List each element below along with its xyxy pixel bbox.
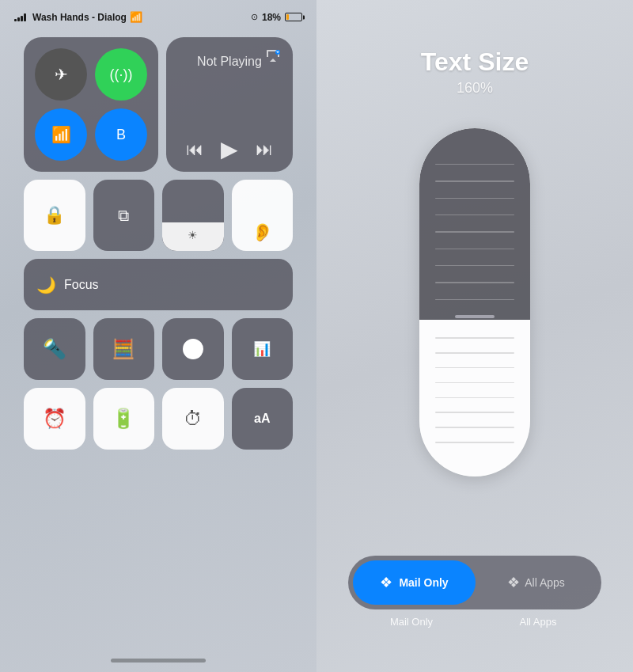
- connectivity-tile[interactable]: ✈ ((·)) 📶 B: [24, 37, 158, 172]
- row-utilities: 🔦 🧮 📊: [24, 318, 293, 380]
- control-center-grid: ✈ ((·)) 📶 B: [16, 29, 301, 457]
- brightness-icon: ☀: [188, 229, 198, 241]
- all-apps-label: All Apps: [525, 576, 565, 589]
- alarm-icon: ⏰: [43, 408, 66, 430]
- mail-only-option[interactable]: ❖ Mail Only: [353, 560, 476, 605]
- cellular-button[interactable]: ((·)): [95, 48, 147, 101]
- battery-icon: [285, 13, 302, 21]
- battery-widget-icon: 🔋: [112, 408, 135, 430]
- screen-mirror-icon: ⧉: [118, 207, 129, 225]
- mail-only-label: Mail Only: [399, 576, 448, 589]
- rewind-button[interactable]: ⏮: [186, 139, 203, 160]
- all-apps-layers-icon: ❖: [507, 574, 520, 591]
- focus-label: Focus: [64, 278, 99, 292]
- status-right: ⊙ 18%: [251, 12, 302, 23]
- battery-widget-tile[interactable]: 🔋: [93, 388, 155, 450]
- focus-moon-icon: 🌙: [36, 275, 56, 294]
- fast-forward-button[interactable]: ⏭: [256, 139, 273, 160]
- timer-tile[interactable]: ⏱: [162, 388, 224, 450]
- slider-handle[interactable]: [455, 315, 495, 318]
- alarm-tile[interactable]: ⏰: [24, 388, 85, 450]
- text-size-slider-container: [419, 128, 530, 476]
- play-button[interactable]: ▶: [221, 136, 238, 162]
- timer-icon: ⏱: [184, 408, 203, 430]
- text-size-icon: aA: [254, 412, 270, 426]
- calculator-tile[interactable]: 🧮: [93, 318, 155, 380]
- airplay-icon[interactable]: [264, 47, 282, 64]
- text-size-panel: Text Size 160%: [316, 0, 633, 672]
- wifi-icon: 📶: [51, 125, 71, 144]
- airplane-icon: ✈: [55, 65, 68, 84]
- orientation-lock-tile[interactable]: 🔒: [24, 180, 85, 251]
- all-apps-option[interactable]: ❖ All Apps: [476, 574, 597, 591]
- control-center-panel: Wash Hands - Dialog 📶 ⊙ 18% ✈ ((·)): [0, 0, 316, 672]
- media-controls: ⏮ ▶ ⏭: [179, 130, 280, 162]
- mail-layers-icon: ❖: [380, 574, 392, 591]
- orientation-lock-icon: 🔒: [44, 205, 65, 226]
- signal-bars-icon: [14, 13, 26, 21]
- all-apps-bottom-label: All Apps: [475, 616, 601, 628]
- text-size-slider[interactable]: [419, 128, 530, 476]
- voice-memo-icon: 📊: [253, 340, 271, 358]
- app-selector-labels: Mail Only All Apps: [348, 616, 601, 628]
- airplane-mode-button[interactable]: ✈: [35, 48, 87, 101]
- calculator-icon: 🧮: [112, 338, 135, 360]
- battery-percent-label: 18%: [262, 12, 281, 23]
- record-icon: [183, 339, 203, 359]
- row-more-tiles: ⏰ 🔋 ⏱ aA: [24, 388, 293, 450]
- hearing-icon: 👂: [252, 222, 273, 243]
- wifi-button[interactable]: 📶: [35, 108, 87, 161]
- row-connectivity-nowplaying: ✈ ((·)) 📶 B: [24, 37, 293, 172]
- text-size-percent: 160%: [457, 80, 493, 97]
- status-left: Wash Hands - Dialog 📶: [14, 11, 142, 23]
- brightness-tile[interactable]: ☀: [162, 180, 224, 251]
- screen-record-tile[interactable]: [162, 318, 224, 380]
- mail-only-bottom-label: Mail Only: [348, 616, 475, 628]
- wifi-status-icon: 📶: [130, 11, 142, 23]
- focus-tile[interactable]: 🌙 Focus: [24, 259, 293, 310]
- text-size-tile[interactable]: aA: [232, 388, 294, 450]
- flashlight-icon: 🔦: [43, 338, 66, 360]
- volume-tile[interactable]: 👂: [232, 180, 294, 251]
- slider-dark-lines: [419, 136, 530, 328]
- app-scope-selector[interactable]: ❖ Mail Only ❖ All Apps: [348, 556, 601, 609]
- voice-memo-tile[interactable]: 📊: [232, 318, 294, 380]
- now-playing-tile[interactable]: Not Playing ⏮ ▶ ⏭: [166, 37, 293, 172]
- bluetooth-icon: B: [116, 127, 126, 143]
- slider-light-lines: [419, 312, 530, 469]
- cellular-icon: ((·)): [110, 66, 133, 83]
- carrier-label: Wash Hands - Dialog: [32, 12, 127, 23]
- status-bar: Wash Hands - Dialog 📶 ⊙ 18%: [0, 0, 316, 29]
- text-size-title: Text Size: [421, 47, 529, 77]
- row-focus: 🌙 Focus: [24, 259, 293, 310]
- flashlight-tile[interactable]: 🔦: [24, 318, 85, 380]
- bluetooth-button[interactable]: B: [95, 108, 147, 161]
- screen-mirror-tile[interactable]: ⧉: [93, 180, 155, 251]
- row-quick-controls: 🔒 ⧉ ☀ 👂: [24, 180, 293, 251]
- location-icon: ⊙: [251, 12, 258, 22]
- home-indicator: [111, 659, 206, 663]
